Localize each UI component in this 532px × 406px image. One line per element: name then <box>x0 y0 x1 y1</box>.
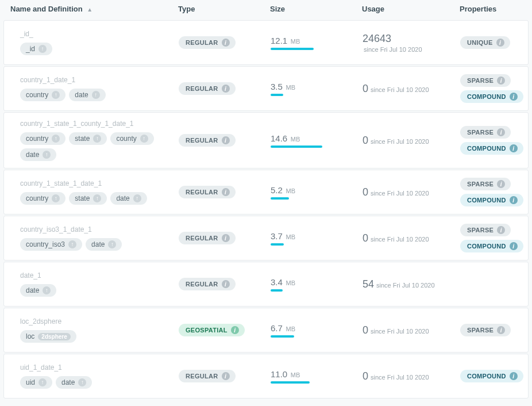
field-pill: date↑ <box>69 89 105 101</box>
info-icon[interactable]: i <box>510 144 518 152</box>
property-label: SPARSE <box>467 77 494 84</box>
field-pill: _id↑ <box>20 43 52 55</box>
sort-asc-icon: ↑ <box>52 135 60 143</box>
field-name: state <box>75 194 90 202</box>
index-name: loc_2dsphere <box>20 317 179 325</box>
sort-asc-icon: ↑ <box>38 45 47 53</box>
type-label: REGULAR <box>186 373 218 380</box>
info-icon[interactable]: i <box>510 93 518 101</box>
index-name: _id_ <box>20 30 179 38</box>
sort-asc-icon: ↑ <box>93 135 101 143</box>
info-icon[interactable]: i <box>222 188 230 196</box>
sort-asc-icon: ↑ <box>133 194 141 202</box>
field-name: date <box>61 378 75 386</box>
info-icon[interactable]: i <box>510 196 518 204</box>
property-label: COMPOUND <box>467 93 506 100</box>
sort-asc-icon: ↑ <box>52 194 60 202</box>
info-icon[interactable]: i <box>497 76 505 85</box>
property-badge-sparse: SPARSEi <box>460 178 511 190</box>
size-bar <box>271 94 322 96</box>
type-badge: REGULARi <box>179 370 236 382</box>
info-icon[interactable]: i <box>222 280 230 288</box>
info-icon[interactable]: i <box>222 39 230 47</box>
size-value: 5.2 <box>271 185 283 195</box>
col-header-size[interactable]: Size <box>270 5 362 13</box>
info-icon[interactable]: i <box>497 226 505 234</box>
usage-since: since Fri Jul 10 2020 <box>371 190 429 197</box>
index-fields: uid↑date↑ <box>20 376 179 389</box>
index-row: country_iso3_1_date_1country_iso3↑date↑R… <box>3 216 529 261</box>
info-icon[interactable]: i <box>510 242 518 250</box>
sort-asc-icon: ↑ <box>68 240 76 248</box>
type-label: REGULAR <box>186 189 218 196</box>
size-unit: MB <box>286 84 295 91</box>
field-pill: loc2dsphere <box>20 330 76 343</box>
col-header-properties[interactable]: Properties <box>460 5 526 13</box>
sort-asc-icon: ↑ <box>52 91 60 99</box>
size-bar <box>271 197 322 200</box>
info-icon[interactable]: i <box>222 372 230 380</box>
usage-count: 54 <box>363 278 374 290</box>
property-badge-compound: COMPOUNDi <box>460 90 523 103</box>
usage-count: 0 <box>363 83 368 94</box>
col-header-type[interactable]: Type <box>178 5 270 13</box>
info-icon[interactable]: i <box>497 128 505 136</box>
field-name: uid <box>26 378 35 386</box>
field-type-2dsphere: 2dsphere <box>38 333 70 340</box>
size-bar <box>271 381 322 384</box>
size-bar <box>271 48 322 50</box>
index-name: country_1_state_1_date_1 <box>20 179 179 187</box>
type-badge: GEOSPATIALi <box>179 324 245 336</box>
index-row: country_1_state_1_date_1country↑state↑da… <box>3 170 529 215</box>
size-value: 14.6 <box>271 133 287 143</box>
sort-asc-icon: ↑ <box>38 378 47 386</box>
usage-count: 0 <box>363 370 368 382</box>
field-name: date <box>75 91 88 99</box>
property-label: SPARSE <box>467 327 494 334</box>
type-badge: REGULARi <box>179 134 236 147</box>
field-pill: date↑ <box>86 238 122 251</box>
size-value: 3.4 <box>271 277 283 287</box>
property-label: COMPOUND <box>467 145 506 152</box>
info-icon[interactable]: i <box>222 234 230 242</box>
info-icon[interactable]: i <box>497 326 505 334</box>
index-fields: country↑date↑ <box>20 89 179 101</box>
info-icon[interactable]: i <box>231 326 239 334</box>
field-pill: country↑ <box>20 89 65 101</box>
type-label: REGULAR <box>186 85 218 92</box>
type-badge: REGULARi <box>179 278 236 290</box>
info-icon[interactable]: i <box>496 39 504 47</box>
type-badge: REGULARi <box>179 232 236 244</box>
usage-since: since Fri Jul 10 2020 <box>371 86 429 93</box>
size-bar <box>271 243 322 246</box>
sort-asc-icon: ↑ <box>43 151 51 159</box>
index-name: country_iso3_1_date_1 <box>20 225 179 233</box>
index-name: date_1 <box>20 271 179 279</box>
col-header-usage[interactable]: Usage <box>362 5 460 13</box>
usage-since: since Fri Jul 10 2020 <box>371 374 429 381</box>
size-unit: MB <box>291 136 300 143</box>
info-icon[interactable]: i <box>497 180 505 188</box>
type-badge: REGULARi <box>179 82 236 95</box>
index-fields: _id↑ <box>20 43 179 55</box>
field-pill: uid↑ <box>20 376 52 389</box>
index-name: uid_1_date_1 <box>20 363 179 371</box>
col-header-name-label: Name and Definition <box>10 5 83 13</box>
index-row: _id__id↑REGULARi12.1 MB24643since Fri Ju… <box>3 20 529 65</box>
property-label: SPARSE <box>467 129 494 136</box>
sort-asc-icon: ↑ <box>43 286 51 294</box>
info-icon[interactable]: i <box>222 136 230 144</box>
info-icon[interactable]: i <box>510 372 518 380</box>
col-header-name[interactable]: Name and Definition ▲ <box>6 5 178 13</box>
sort-asc-icon: ↑ <box>140 135 148 143</box>
sort-asc-icon: ↑ <box>108 240 116 248</box>
index-row: loc_2dsphereloc2dsphereGEOSPATIALi6.7 MB… <box>3 308 529 353</box>
index-fields: country_iso3↑date↑ <box>20 238 179 251</box>
field-pill: date↑ <box>56 376 92 389</box>
field-pill: county↑ <box>110 132 153 145</box>
info-icon[interactable]: i <box>222 85 230 93</box>
property-label: SPARSE <box>467 181 494 187</box>
property-badge-unique: UNIQUEi <box>460 36 510 49</box>
sort-asc-icon: ↑ <box>78 378 86 386</box>
size-bar <box>271 289 322 292</box>
